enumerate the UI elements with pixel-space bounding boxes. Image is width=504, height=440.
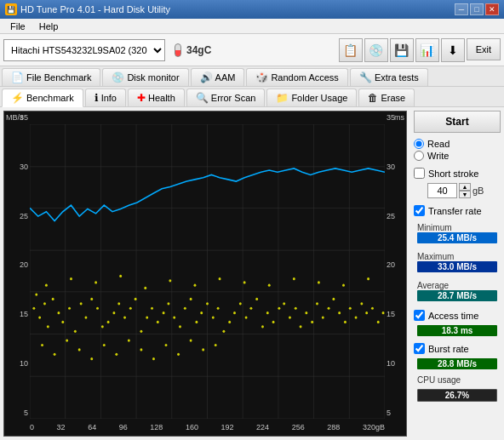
minimize-button[interactable]: ─ bbox=[455, 3, 468, 15]
x-label-288: 288 bbox=[327, 423, 340, 431]
maximize-button[interactable]: □ bbox=[470, 3, 484, 15]
gb-input[interactable] bbox=[427, 183, 457, 198]
svg-point-32 bbox=[96, 307, 99, 310]
svg-point-35 bbox=[112, 311, 115, 314]
temperature-value: 34gC bbox=[186, 44, 211, 56]
burst-rate-checkbox[interactable] bbox=[414, 343, 425, 354]
tab-erase[interactable]: 🗑 Erase bbox=[358, 89, 415, 106]
svg-point-30 bbox=[84, 316, 87, 318]
svg-point-26 bbox=[61, 321, 64, 323]
svg-point-93 bbox=[140, 348, 142, 351]
svg-point-91 bbox=[115, 353, 117, 356]
tab-error-scan-label: Error Scan bbox=[211, 93, 256, 103]
svg-point-44 bbox=[163, 311, 165, 314]
access-time-checkbox[interactable] bbox=[414, 310, 425, 321]
drive-select[interactable]: Hitachi HTS543232L9SA02 (320 gB) bbox=[3, 39, 165, 61]
tab-extra-tests[interactable]: 🔧 Extra tests bbox=[350, 68, 428, 86]
svg-point-73 bbox=[322, 316, 324, 318]
read-radio[interactable] bbox=[414, 139, 424, 149]
gb-spinbox: ▲ ▼ gB bbox=[427, 183, 501, 198]
svg-point-106 bbox=[193, 284, 196, 287]
start-button[interactable]: Start bbox=[414, 111, 501, 133]
error-scan-icon: 🔍 bbox=[196, 92, 209, 104]
write-radio-label[interactable]: Write bbox=[414, 151, 501, 161]
cpu-usage-value: 26.7% bbox=[417, 389, 497, 402]
write-radio[interactable] bbox=[414, 151, 424, 161]
svg-point-27 bbox=[68, 307, 71, 310]
gb-label: gB bbox=[472, 186, 484, 196]
short-stroke-label[interactable]: Short stroke bbox=[414, 168, 501, 179]
x-label-320: 320gB bbox=[363, 423, 385, 431]
menu-file[interactable]: File bbox=[3, 20, 32, 32]
svg-point-72 bbox=[316, 302, 318, 305]
transfer-rate-checkbox[interactable] bbox=[414, 205, 425, 216]
tab-disk-monitor[interactable]: 💿 Disk monitor bbox=[102, 68, 188, 86]
menu-help[interactable]: Help bbox=[32, 20, 66, 32]
svg-point-36 bbox=[117, 302, 120, 305]
y-label-right-15: 15 bbox=[387, 310, 404, 318]
svg-point-64 bbox=[272, 321, 275, 323]
tabbar-bottom: ⚡ Benchmark ℹ Info ✚ Health 🔍 Error Scan… bbox=[0, 87, 504, 107]
tab-folder-usage[interactable]: 📁 Folder Usage bbox=[266, 89, 357, 106]
tab-error-scan[interactable]: 🔍 Error Scan bbox=[186, 89, 266, 106]
svg-point-53 bbox=[212, 316, 215, 318]
toolbar-btn-2[interactable]: 💿 bbox=[364, 38, 388, 62]
x-label-224: 224 bbox=[256, 423, 269, 431]
tab-info[interactable]: ℹ Info bbox=[85, 89, 126, 106]
svg-point-20 bbox=[35, 293, 37, 295]
short-stroke-checkbox[interactable] bbox=[414, 168, 425, 179]
svg-point-37 bbox=[123, 316, 126, 318]
svg-point-105 bbox=[169, 279, 171, 282]
exit-button[interactable]: Exit bbox=[467, 38, 501, 60]
burst-rate-label[interactable]: Burst rate bbox=[414, 343, 501, 354]
svg-point-71 bbox=[311, 321, 313, 323]
tab-health[interactable]: ✚ Health bbox=[128, 89, 185, 106]
svg-point-97 bbox=[190, 339, 192, 341]
svg-point-103 bbox=[119, 275, 122, 277]
svg-point-88 bbox=[78, 348, 81, 351]
tab-random-access[interactable]: 🎲 Random Access bbox=[246, 68, 347, 86]
svg-point-68 bbox=[295, 307, 297, 310]
spinbox-up[interactable]: ▲ bbox=[459, 183, 471, 191]
transfer-rate-label[interactable]: Transfer rate bbox=[414, 205, 501, 216]
svg-point-33 bbox=[101, 325, 104, 328]
svg-point-89 bbox=[90, 357, 93, 360]
spinbox-down[interactable]: ▼ bbox=[459, 191, 471, 198]
close-button[interactable]: ✕ bbox=[485, 3, 499, 15]
svg-point-57 bbox=[233, 311, 236, 314]
svg-point-47 bbox=[179, 325, 181, 328]
toolbar-btn-1[interactable]: 📋 bbox=[339, 38, 363, 62]
titlebar: 💾 HD Tune Pro 4.01 - Hard Disk Utility ─… bbox=[0, 0, 504, 19]
svg-point-28 bbox=[74, 330, 77, 333]
svg-point-79 bbox=[355, 316, 358, 318]
access-time-label[interactable]: Access time bbox=[414, 310, 501, 321]
toolbar-btn-3[interactable]: 💾 bbox=[390, 38, 414, 62]
toolbar-btn-4[interactable]: 📊 bbox=[415, 38, 439, 62]
tab-file-benchmark[interactable]: 📄 File Benchmark bbox=[2, 68, 100, 86]
erase-icon: 🗑 bbox=[368, 92, 378, 104]
burst-rate-text: Burst rate bbox=[428, 344, 469, 354]
svg-point-54 bbox=[217, 307, 220, 310]
svg-point-65 bbox=[278, 307, 280, 310]
cpu-usage-label: CPU usage bbox=[417, 375, 497, 385]
benchmark-icon: ⚡ bbox=[11, 92, 24, 104]
y-label-20: 20 bbox=[6, 260, 28, 269]
svg-point-39 bbox=[135, 298, 137, 300]
svg-point-94 bbox=[152, 357, 155, 360]
right-panel: Start Read Write Short stroke ▲ ▼ gB bbox=[410, 107, 504, 440]
svg-point-61 bbox=[255, 298, 258, 300]
tab-file-benchmark-label: File Benchmark bbox=[26, 72, 91, 83]
svg-point-62 bbox=[261, 325, 264, 328]
y-label-right-25: 25 bbox=[387, 212, 404, 220]
svg-point-63 bbox=[266, 311, 269, 314]
tab-aam[interactable]: 🔊 AAM bbox=[191, 68, 245, 86]
y-label-30: 30 bbox=[6, 163, 28, 171]
read-radio-label[interactable]: Read bbox=[414, 139, 501, 149]
tab-benchmark[interactable]: ⚡ Benchmark bbox=[2, 89, 83, 107]
svg-point-21 bbox=[38, 316, 41, 318]
svg-point-77 bbox=[344, 321, 346, 323]
toolbar-btn-5[interactable]: ⬇ bbox=[441, 38, 465, 62]
svg-point-102 bbox=[94, 281, 97, 283]
x-label-128: 128 bbox=[150, 423, 163, 431]
svg-point-24 bbox=[52, 298, 54, 300]
